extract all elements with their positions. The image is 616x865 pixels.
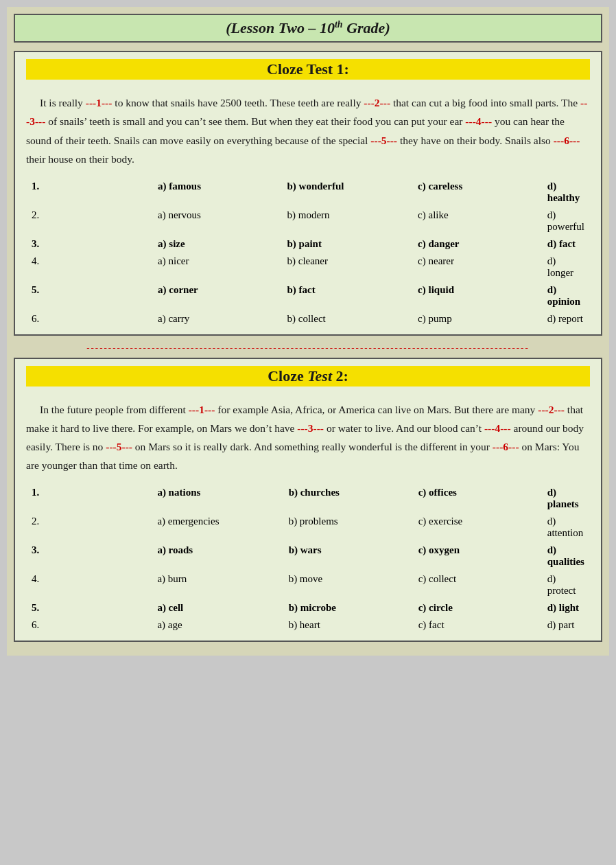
answer-1-d: d) healthy: [542, 178, 590, 207]
table-row: 6. a) carry b) collect c) pump d) report: [26, 310, 590, 327]
blank-1-5: ---5---: [370, 135, 397, 146]
answer2-3-num: 3.: [26, 542, 152, 570]
answer-6-d: d) report: [542, 310, 590, 327]
blank-2-4: ---4---: [484, 422, 511, 434]
cloze-test-2: Cloze Test 2: In the future people from …: [14, 358, 602, 643]
answer2-4-num: 4.: [26, 570, 152, 599]
answer2-1-d: d) planets: [542, 484, 590, 513]
answer-1-a: a) famous: [152, 178, 281, 207]
answer2-5-c: c) circle: [413, 599, 542, 616]
answer-4-c: c) nearer: [412, 253, 542, 281]
answer-6-c: c) pump: [412, 310, 542, 327]
answer2-3-c: c) oxygen: [413, 542, 542, 570]
answer2-2-num: 2.: [26, 513, 152, 542]
answer2-3-b: b) wars: [283, 542, 413, 570]
answer-6-a: a) carry: [152, 310, 281, 327]
table-row: 2. a) nervous b) modern c) alike d) powe…: [26, 207, 590, 235]
answer2-3-a: a) roads: [152, 542, 283, 570]
table-row: 4. a) burn b) move c) collect d) protect: [26, 570, 590, 599]
answer-5-num: 5.: [26, 281, 152, 310]
title-text: (Lesson Two – 10th Grade): [226, 19, 390, 36]
answer-5-d: d) opinion: [542, 281, 590, 310]
answer2-4-a: a) burn: [152, 570, 283, 599]
blank-1-6: ---6---: [554, 135, 580, 146]
answer2-4-c: c) collect: [413, 570, 542, 599]
answer2-1-a: a) nations: [152, 484, 283, 513]
answer-4-d: d) longer: [542, 253, 590, 281]
test2-answers-table: 1. a) nations b) churches c) offices d) …: [26, 484, 590, 634]
table-row: 5. a) cell b) microbe c) circle d) light: [26, 599, 590, 616]
answer2-2-d: d) attention: [542, 513, 590, 542]
answer2-2-b: b) problems: [283, 513, 413, 542]
answer-5-b: b) fact: [281, 281, 412, 310]
blank-2-6: ---6---: [493, 441, 519, 452]
blank-2-2: ---2---: [538, 404, 565, 415]
answer-2-d: d) powerful: [542, 207, 590, 235]
answer2-5-d: d) light: [542, 599, 590, 616]
blank-2-3: ---3---: [297, 422, 324, 434]
section-divider: ----------------------------------------…: [14, 343, 602, 354]
answer2-1-num: 1.: [26, 484, 152, 513]
table-row: 5. a) corner b) fact c) liquid d) opinio…: [26, 281, 590, 310]
answer2-5-num: 5.: [26, 599, 152, 616]
lesson-title: (Lesson Two – 10th Grade): [14, 14, 602, 43]
answer2-6-num: 6.: [26, 616, 152, 634]
answer2-3-d: d) qualities: [542, 542, 590, 570]
answer-1-b: b) wonderful: [281, 178, 412, 207]
table-row: 6. a) age b) heart c) fact d) part: [26, 616, 590, 634]
answer-2-num: 2.: [26, 207, 152, 235]
blank-1-1: ---1---: [86, 97, 112, 108]
page: (Lesson Two – 10th Grade) Cloze Test 1: …: [7, 7, 609, 656]
test1-title-wrap: Cloze Test 1:: [26, 59, 590, 86]
test2-passage: In the future people from different ---1…: [26, 400, 590, 475]
answer-5-a: a) corner: [152, 281, 281, 310]
answer-6-num: 6.: [26, 310, 152, 327]
table-row: 2. a) emergencies b) problems c) exercis…: [26, 513, 590, 542]
answer2-5-b: b) microbe: [283, 599, 413, 616]
answer2-4-b: b) move: [283, 570, 413, 599]
answer-3-a: a) size: [152, 235, 281, 253]
test1-passage: It is really ---1--- to know that snails…: [26, 93, 590, 168]
blank-1-2: ---2---: [364, 97, 390, 108]
table-row: 3. a) roads b) wars c) oxygen d) qualiti…: [26, 542, 590, 570]
answer2-6-b: b) heart: [283, 616, 413, 634]
answer-3-c: c) danger: [412, 235, 542, 253]
answer2-6-c: c) fact: [413, 616, 542, 634]
answer-3-b: b) paint: [281, 235, 412, 253]
answer-1-c: c) careless: [412, 178, 542, 207]
cloze-test-1: Cloze Test 1: It is really ---1--- to kn…: [14, 51, 602, 336]
answer-3-d: d) fact: [542, 235, 590, 253]
table-row: 3. a) size b) paint c) danger d) fact: [26, 235, 590, 253]
test2-title-wrap: Cloze Test 2:: [26, 366, 590, 393]
answer2-6-d: d) part: [542, 616, 590, 634]
answer-2-b: b) modern: [281, 207, 412, 235]
answer-3-num: 3.: [26, 235, 152, 253]
blank-2-5: ---5---: [106, 441, 132, 452]
table-row: 4. a) nicer b) cleaner c) nearer d) long…: [26, 253, 590, 281]
answer2-1-c: c) offices: [413, 484, 542, 513]
answer-4-b: b) cleaner: [281, 253, 412, 281]
answer2-2-c: c) exercise: [413, 513, 542, 542]
answer2-2-a: a) emergencies: [152, 513, 283, 542]
answer2-4-d: d) protect: [542, 570, 590, 599]
table-row: 1. a) famous b) wonderful c) careless d)…: [26, 178, 590, 207]
table-row: 1. a) nations b) churches c) offices d) …: [26, 484, 590, 513]
blank-2-1: ---1---: [189, 404, 215, 415]
answer-6-b: b) collect: [281, 310, 412, 327]
answer-2-c: c) alike: [412, 207, 542, 235]
answer2-5-a: a) cell: [152, 599, 283, 616]
test1-answers-table: 1. a) famous b) wonderful c) careless d)…: [26, 178, 590, 327]
answer-2-a: a) nervous: [152, 207, 281, 235]
answer2-1-b: b) churches: [283, 484, 413, 513]
blank-1-4: ---4---: [465, 115, 492, 127]
test2-title: Cloze Test 2:: [26, 366, 590, 387]
answer-5-c: c) liquid: [412, 281, 542, 310]
test1-title: Cloze Test 1:: [26, 59, 590, 80]
answer-1-num: 1.: [26, 178, 152, 207]
answer-4-a: a) nicer: [152, 253, 281, 281]
answer2-6-a: a) age: [152, 616, 283, 634]
answer-4-num: 4.: [26, 253, 152, 281]
